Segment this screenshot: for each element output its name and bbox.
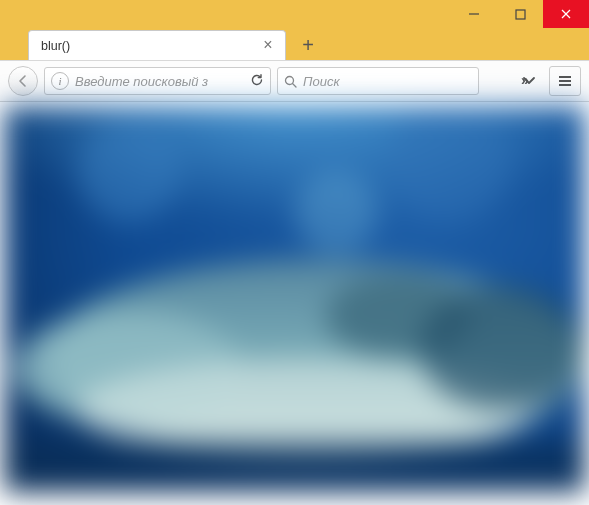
- svg-point-12: [77, 120, 181, 224]
- search-bar[interactable]: [277, 67, 479, 95]
- svg-rect-1: [516, 10, 525, 19]
- blurred-image: [4, 106, 585, 492]
- svg-text:»: »: [521, 75, 529, 87]
- info-icon[interactable]: i: [51, 72, 69, 90]
- search-input[interactable]: [303, 74, 472, 89]
- browser-toolbar: i »: [0, 60, 589, 102]
- tab-title: blur(): [41, 39, 259, 53]
- search-icon: [284, 75, 297, 88]
- browser-tab[interactable]: blur() ×: [28, 30, 286, 60]
- back-button[interactable]: [8, 66, 38, 96]
- address-bar[interactable]: i: [44, 67, 271, 95]
- url-input[interactable]: [75, 74, 244, 89]
- page-content: [0, 102, 589, 505]
- tab-strip: blur() × +: [0, 28, 589, 60]
- close-button[interactable]: [543, 0, 589, 28]
- window-titlebar: [0, 0, 589, 28]
- hamburger-menu-button[interactable]: [549, 66, 581, 96]
- svg-rect-20: [4, 441, 585, 492]
- tab-close-icon[interactable]: ×: [259, 37, 277, 55]
- svg-line-5: [293, 83, 297, 87]
- overflow-button[interactable]: »: [515, 67, 543, 95]
- svg-point-14: [295, 171, 378, 254]
- maximize-button[interactable]: [497, 0, 543, 28]
- reload-icon[interactable]: [244, 73, 264, 90]
- new-tab-button[interactable]: +: [294, 31, 322, 59]
- minimize-button[interactable]: [451, 0, 497, 28]
- svg-point-19: [419, 286, 585, 411]
